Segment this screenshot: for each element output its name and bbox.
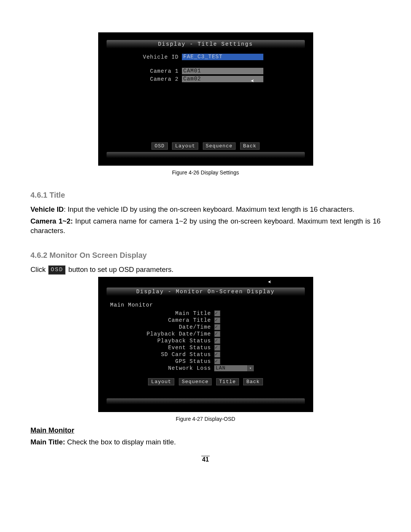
click-post: button to set up OSD parameters. — [68, 265, 174, 273]
label-playback-dt: Playback Date/Time — [118, 331, 214, 337]
figure-caption-1: Figure 4-26 Display Settings — [30, 169, 381, 176]
label-camera-title: Camera Title — [118, 317, 214, 323]
tab-layout[interactable]: Layout — [172, 142, 198, 150]
vehicle-id-label: Vehicle ID — [129, 54, 182, 60]
device2-bottombar — [107, 398, 305, 404]
tab2-back[interactable]: Back — [243, 378, 263, 385]
screenshot-display-title-settings: Display - Title Settings Vehicle ID FAE_… — [98, 32, 313, 166]
label-playback-status: Playback Status — [118, 338, 214, 344]
label-sd-status: SD Card Status — [118, 351, 214, 358]
checkbox-playback-status[interactable] — [214, 338, 220, 344]
label-network-loss: Network Loss — [118, 365, 214, 371]
tab2-sequence[interactable]: Sequence — [179, 378, 212, 385]
para-main-title-text: Check the box to display main title. — [65, 438, 176, 446]
checkbox-main-title[interactable] — [214, 310, 220, 316]
device2-titlebar: Display - Monitor On-Screen Display — [107, 288, 305, 296]
tab-back[interactable]: Back — [240, 142, 260, 150]
cursor-icon: ➤ — [250, 77, 254, 85]
checkbox-camera-title[interactable] — [214, 317, 220, 323]
para-camera-bold: Camera 1~2: — [30, 217, 73, 225]
checkbox-playback-dt[interactable] — [214, 331, 220, 337]
tab2-title[interactable]: Title — [216, 378, 239, 385]
camera1-input[interactable]: CAM01 — [182, 68, 263, 74]
device1-tabs: OSD Layout Sequence Back — [107, 142, 305, 150]
camera1-label: Camera 1 — [129, 68, 182, 74]
tab2-layout[interactable]: Layout — [148, 378, 174, 385]
para-main-title: Main Title: Check the box to display mai… — [30, 438, 381, 447]
checkbox-date-time[interactable] — [214, 324, 220, 330]
camera2-label: Camera 2 — [129, 76, 182, 82]
para-click-osd: Click OSD button to set up OSD parameter… — [30, 265, 381, 275]
device1-titlebar: Display - Title Settings — [107, 40, 305, 48]
para-camera-text: Input camera name for camera 1~2 by usin… — [30, 217, 381, 235]
figure-caption-2: Figure 4-27 Display-OSD — [30, 416, 381, 422]
device2-tabs: Layout Sequence Title Back — [107, 378, 305, 385]
main-monitor-label: Main Monitor — [107, 301, 305, 310]
device1-bottombar — [107, 152, 305, 158]
para-camera: Camera 1~2: Input camera name for camera… — [30, 217, 381, 236]
page-number: 41 — [30, 456, 381, 463]
osd-inline-button: OSD — [48, 265, 65, 275]
tab-osd[interactable]: OSD — [151, 142, 167, 150]
checkbox-sd-status[interactable] — [214, 351, 220, 358]
label-main-title: Main Title — [118, 310, 214, 316]
label-gps-status: GPS Status — [118, 358, 214, 364]
vehicle-id-input[interactable]: FAE_C3_TEST — [182, 54, 263, 60]
heading-4-6-1: 4.6.1 Title — [30, 191, 381, 200]
checkbox-event-status[interactable] — [214, 345, 220, 351]
para-vehicle-id: Vehicle ID: Input the vehicle ID by usin… — [30, 205, 381, 214]
checkbox-gps-status[interactable] — [214, 358, 220, 364]
dropdown-network-loss[interactable]: LAN — [214, 365, 254, 371]
label-event-status: Event Status — [118, 345, 214, 351]
para-main-title-bold: Main Title: — [30, 438, 65, 446]
click-pre: Click — [30, 265, 48, 273]
heading-main-monitor: Main Monitor — [30, 426, 381, 435]
screenshot-display-osd: ➤ Display - Monitor On-Screen Display Ma… — [98, 277, 313, 412]
dropdown-network-loss-value: LAN — [216, 365, 226, 371]
label-date-time: Date/Time — [118, 324, 214, 330]
heading-4-6-2: 4.6.2 Monitor On Screen Display — [30, 251, 381, 260]
cursor-icon: ➤ — [268, 278, 271, 286]
tab-sequence[interactable]: Sequence — [203, 142, 236, 150]
chevron-down-icon[interactable] — [247, 365, 254, 371]
para-vehicle-id-text: : Input the vehicle ID by using the on-s… — [64, 205, 354, 213]
para-vehicle-id-bold: Vehicle ID — [30, 205, 64, 213]
